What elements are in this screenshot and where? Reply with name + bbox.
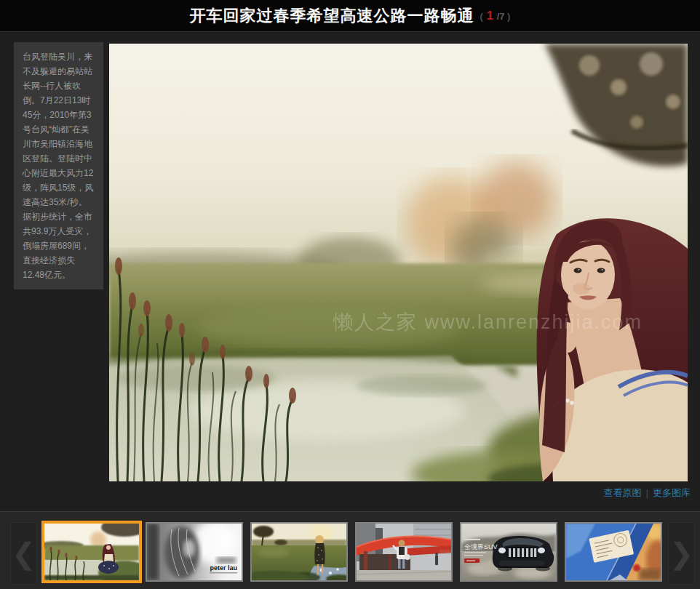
thumb-caption-peter-lau: peter lau (210, 564, 237, 572)
page-title: 开车回家过春季希望高速公路一路畅通 (190, 5, 474, 27)
gallery-page: 开车回家过春季希望高速公路一路畅通 ( 1 /7 ) 台风登陆吴川，来不及躲避的… (0, 0, 700, 589)
watermark: 懒人之家 www.lanrenzhijia.com (333, 311, 643, 333)
page-counter: ( 1 /7 ) (480, 9, 511, 23)
vignette (109, 44, 688, 481)
links-separator: | (646, 487, 648, 498)
view-original-link[interactable]: 查看原图 (604, 487, 642, 498)
thumbnail-blue-documents[interactable] (565, 522, 662, 582)
prev-button[interactable]: ❮ (10, 522, 37, 585)
chevron-right-icon: ❯ (669, 537, 694, 569)
main-photo[interactable]: 懒人之家 www.lanrenzhijia.com (109, 44, 688, 481)
photo-links: 查看原图|更多图库 (604, 486, 691, 500)
counter-open: ( (480, 11, 483, 22)
counter-close: ) (507, 11, 510, 22)
next-button[interactable]: ❯ (668, 522, 695, 585)
thumb-caption-suv: 全境界SUV (464, 543, 498, 550)
thumbnail-girl-in-field[interactable] (250, 522, 348, 582)
header: 开车回家过春季希望高速公路一路畅通 ( 1 /7 ) (0, 0, 700, 32)
thumbnail-girl-by-pond[interactable] (41, 521, 142, 583)
counter-total: /7 (497, 11, 505, 22)
thumbnail-bar: ❮ (0, 511, 700, 589)
thumbnail-street-red-awnings[interactable] (355, 522, 453, 582)
thumbnail-suv-ad[interactable]: 全境界SUV (460, 522, 557, 582)
chevron-left-icon: ❮ (12, 537, 36, 569)
photo-description: 台风登陆吴川，来不及躲避的易站站长网--行人被吹倒。7月22日13时45分，20… (14, 42, 103, 289)
more-gallery-link[interactable]: 更多图库 (653, 487, 691, 498)
thumbnail-bw-portrait[interactable]: peter lau (146, 522, 243, 582)
counter-current: 1 (487, 9, 493, 23)
